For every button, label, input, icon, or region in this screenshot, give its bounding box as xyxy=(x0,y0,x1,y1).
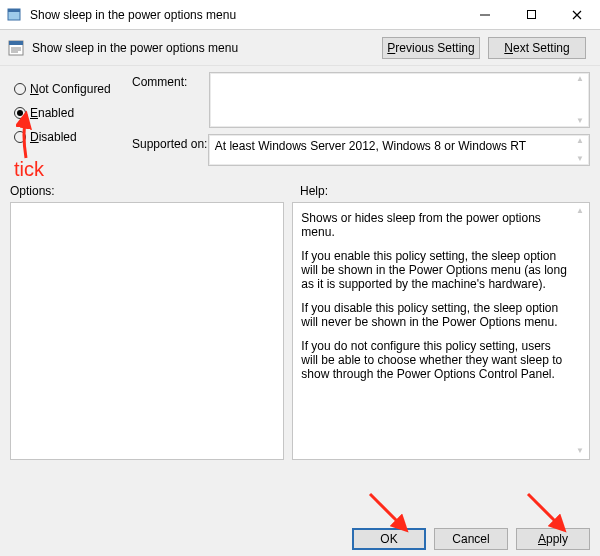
help-label: Help: xyxy=(300,184,590,198)
ok-button[interactable]: OK xyxy=(352,528,426,550)
app-icon xyxy=(6,7,22,23)
state-radio-group: Not Configured Enabled Disabled xyxy=(14,72,132,172)
apply-button[interactable]: Apply xyxy=(516,528,590,550)
help-paragraph: Shows or hides sleep from the power opti… xyxy=(301,211,569,239)
header-row: Show sleep in the power options menu Pre… xyxy=(0,30,600,66)
options-label: Options: xyxy=(10,184,300,198)
scrollbar[interactable]: ▲▼ xyxy=(573,207,587,455)
radio-icon xyxy=(14,83,26,95)
maximize-button[interactable] xyxy=(508,0,554,30)
radio-enabled[interactable]: Enabled xyxy=(14,102,132,124)
title-bar: Show sleep in the power options menu xyxy=(0,0,600,30)
scrollbar[interactable]: ▲▼ xyxy=(573,75,587,125)
policy-title: Show sleep in the power options menu xyxy=(32,41,382,55)
help-paragraph: If you do not configure this policy sett… xyxy=(301,339,569,381)
next-setting-button[interactable]: Next Setting xyxy=(488,37,586,59)
dialog-buttons: OK Cancel Apply xyxy=(352,528,590,550)
svg-rect-4 xyxy=(9,41,23,45)
radio-not-configured[interactable]: Not Configured xyxy=(14,78,132,100)
supported-on-label: Supported on: xyxy=(132,134,208,166)
supported-on-value: At least Windows Server 2012, Windows 8 … xyxy=(215,139,526,153)
radio-icon xyxy=(14,131,26,143)
previous-setting-button[interactable]: Previous Setting xyxy=(382,37,480,59)
scrollbar[interactable]: ▲▼ xyxy=(573,137,587,163)
doc-icon xyxy=(8,40,24,56)
help-paragraph: If you enable this policy setting, the s… xyxy=(301,249,569,291)
options-panel xyxy=(10,202,284,460)
section-labels: Options: Help: xyxy=(0,184,600,198)
cancel-button[interactable]: Cancel xyxy=(434,528,508,550)
svg-rect-2 xyxy=(527,11,535,19)
minimize-button[interactable] xyxy=(462,0,508,30)
help-paragraph: If you disable this policy setting, the … xyxy=(301,301,569,329)
supported-on-field: At least Windows Server 2012, Windows 8 … xyxy=(208,134,590,166)
radio-disabled[interactable]: Disabled xyxy=(14,126,132,148)
svg-rect-1 xyxy=(8,9,20,12)
form-area: Not Configured Enabled Disabled Comment:… xyxy=(0,66,600,172)
window-title: Show sleep in the power options menu xyxy=(30,8,462,22)
panels: Shows or hides sleep from the power opti… xyxy=(0,198,600,460)
comment-label: Comment: xyxy=(132,72,209,128)
help-panel: Shows or hides sleep from the power opti… xyxy=(292,202,590,460)
comment-field[interactable]: ▲▼ xyxy=(209,72,590,128)
radio-icon xyxy=(14,107,26,119)
close-button[interactable] xyxy=(554,0,600,30)
